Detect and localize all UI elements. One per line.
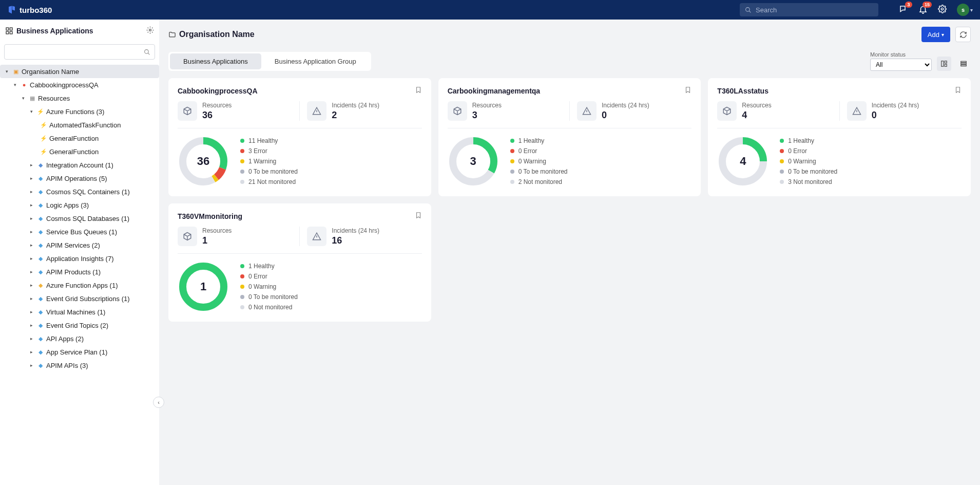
- chevron-right-icon: ▸: [28, 336, 35, 341]
- resource-icon: ◆: [37, 241, 44, 249]
- tree-item[interactable]: ▸◆App Service Plan (1): [0, 345, 159, 359]
- bookmark-icon[interactable]: [684, 86, 691, 95]
- tree-item[interactable]: ▸◆Virtual Machines (1): [0, 305, 159, 319]
- cube-icon: [717, 101, 737, 121]
- application-card[interactable]: T360LAsstatus Resources4 Incidents (24 h…: [708, 78, 971, 196]
- bookmark-icon[interactable]: [415, 212, 422, 220]
- tree-item[interactable]: ▸◆APIM APIs (3): [0, 359, 159, 372]
- card-title: T360LAsstatus: [717, 87, 768, 95]
- resource-icon: ◆: [37, 228, 44, 235]
- tab-application-group[interactable]: Business Application Group: [261, 53, 370, 69]
- tree-item[interactable]: ▸◆APIM Products (1): [0, 265, 159, 278]
- application-card[interactable]: T360VMmonitoring Resources1 Incidents (2…: [168, 203, 431, 322]
- chevron-right-icon: ▸: [28, 242, 35, 248]
- chevron-right-icon: ▸: [28, 283, 35, 288]
- tab-bar: Business Applications Business Applicati…: [168, 52, 371, 71]
- settings-gear-icon[interactable]: [938, 5, 947, 15]
- tree-label: Service Bus Queues (1): [46, 228, 117, 236]
- resource-icon: ◆: [37, 348, 44, 356]
- donut-center-value: 4: [717, 136, 768, 187]
- svg-rect-4: [10, 28, 12, 30]
- resource-icon: ◆: [37, 362, 44, 369]
- tree-label: Resources: [38, 95, 70, 102]
- incidents-metric: Incidents (24 hrs)16: [307, 227, 421, 246]
- function-icon: ⚡: [40, 121, 47, 128]
- function-icon: ⚡: [40, 135, 47, 142]
- tree-item[interactable]: ▸◆Event Grid Subscriptions (1): [0, 292, 159, 305]
- user-menu[interactable]: s ▾: [957, 4, 973, 16]
- bell-icon[interactable]: 15: [918, 5, 928, 15]
- resource-icon: ◆: [37, 175, 44, 182]
- svg-point-2: [941, 8, 943, 10]
- brand[interactable]: turbo360: [7, 5, 52, 14]
- tree-azure-functions[interactable]: ▾ ⚡ Azure Functions (3): [0, 105, 159, 118]
- tree-label: Event Grid Subscriptions (1): [46, 295, 130, 303]
- monitor-status-filter: Monitor status All: [870, 51, 932, 71]
- page-title: Organisation Name: [168, 30, 255, 39]
- tree-item[interactable]: ▸◆APIM Operations (5): [0, 172, 159, 185]
- search-input[interactable]: [756, 6, 873, 14]
- application-card[interactable]: CabbookingprocessQA Resources36 Incident…: [168, 78, 431, 196]
- bookmark-icon[interactable]: [954, 86, 962, 95]
- tree-item[interactable]: ▸◆Application Insights (7): [0, 252, 159, 265]
- tree-item[interactable]: ▸◆Event Grid Topics (2): [0, 319, 159, 332]
- tree-label: CabbookingprocessQA: [30, 81, 99, 89]
- function-icon: ⚡: [37, 108, 44, 115]
- tree-resources[interactable]: ▾ ▦ Resources: [0, 91, 159, 105]
- cube-icon: [178, 227, 197, 246]
- monitor-status-select[interactable]: All: [870, 59, 932, 71]
- chevron-right-icon: ▸: [28, 189, 35, 194]
- sidebar-settings-icon[interactable]: [146, 26, 154, 35]
- tree-item[interactable]: ▸◆Logic Apps (3): [0, 198, 159, 212]
- folder-icon: [168, 31, 176, 39]
- donut-chart: 1: [178, 261, 229, 312]
- resource-icon: ◆: [37, 188, 44, 195]
- tree-item[interactable]: ▸◆Service Bus Queues (1): [0, 225, 159, 238]
- tree-item[interactable]: ▸◆Cosmos SQL Databases (1): [0, 212, 159, 225]
- tab-business-applications[interactable]: Business Applications: [170, 53, 261, 69]
- tree-item[interactable]: ▸◆Azure Function Apps (1): [0, 278, 159, 292]
- resources-metric: Resources1: [178, 227, 300, 246]
- bookmark-icon[interactable]: [415, 86, 422, 95]
- sidebar-search[interactable]: [4, 44, 155, 60]
- legend: 1 Healthy 0 Error 0 Warning 0 To be moni…: [240, 263, 298, 311]
- svg-rect-12: [945, 64, 947, 66]
- tree-item[interactable]: ▸◆Cosmos SQL Containers (1): [0, 185, 159, 198]
- application-card[interactable]: Carbookingmanagementqa Resources3 Incide…: [438, 78, 701, 196]
- resources-metric: Resources36: [178, 101, 300, 121]
- tree-item[interactable]: ▸◆Integration Account (1): [0, 158, 159, 172]
- svg-rect-15: [961, 65, 967, 66]
- donut-center-value: 3: [448, 136, 499, 187]
- sidebar-header: Business Applications: [0, 20, 159, 42]
- global-search[interactable]: [740, 3, 878, 16]
- tree-item[interactable]: ▸◆APIM Services (2): [0, 238, 159, 252]
- add-button[interactable]: Add ▾: [921, 27, 950, 42]
- sidebar-collapse-button[interactable]: ‹: [153, 397, 164, 408]
- alert-icon: [307, 227, 326, 246]
- card-grid: CabbookingprocessQA Resources36 Incident…: [168, 78, 971, 322]
- donut-chart: 3: [448, 136, 499, 187]
- view-list-button[interactable]: [956, 57, 971, 71]
- tree-label: Application Insights (7): [46, 255, 114, 263]
- tree-leaf[interactable]: ⚡AutomatedTaskFunction: [0, 118, 159, 132]
- chevron-right-icon: ▸: [28, 349, 35, 355]
- view-card-button[interactable]: [937, 57, 951, 71]
- tree-leaf[interactable]: ⚡GeneralFunction: [0, 145, 159, 158]
- tree-app[interactable]: ▾ ● CabbookingprocessQA: [0, 78, 159, 91]
- refresh-button[interactable]: [955, 27, 971, 42]
- chevron-down-icon: ▾: [941, 32, 944, 38]
- tree-root[interactable]: ▾ ▣ Organisation Name: [0, 65, 159, 78]
- notifications-connect-icon[interactable]: 3: [899, 5, 908, 15]
- tree-label: Cosmos SQL Containers (1): [46, 188, 130, 196]
- tree-leaf[interactable]: ⚡GeneralFunction: [0, 132, 159, 145]
- tree-label: Virtual Machines (1): [46, 308, 105, 316]
- search-icon: [745, 7, 752, 13]
- chevron-down-icon: ▾: [3, 69, 10, 74]
- tree-item[interactable]: ▸◆API Apps (2): [0, 332, 159, 345]
- svg-point-7: [149, 29, 151, 31]
- top-bar: turbo360 3 15 s ▾: [0, 0, 980, 20]
- alert-icon: [577, 101, 597, 121]
- sidebar-search-input[interactable]: [9, 48, 144, 56]
- donut-center-value: 1: [178, 261, 229, 312]
- chevron-right-icon: ▸: [28, 363, 35, 368]
